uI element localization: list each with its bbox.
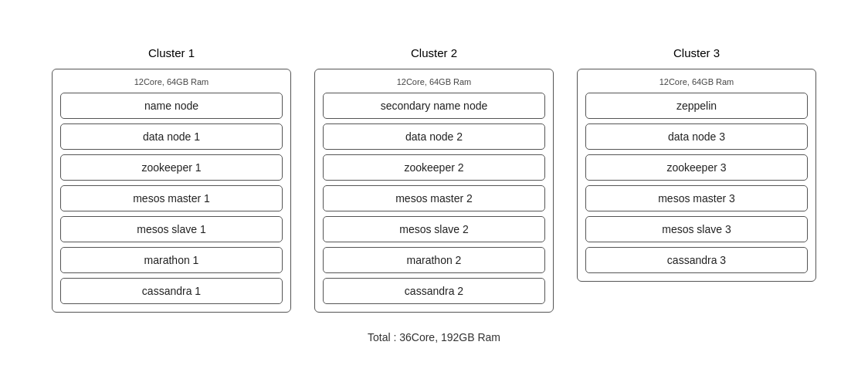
node-3-6: cassandra 3 [585, 247, 808, 273]
clusters-container: Cluster 112Core, 64GB Ramname nodedata n… [52, 46, 816, 313]
total-label: Total : 36Core, 192GB Ram [368, 331, 500, 343]
node-3-2: data node 3 [585, 123, 808, 150]
cluster-box-1: 12Core, 64GB Ramname nodedata node 1zook… [52, 69, 291, 313]
node-2-3: zookeeper 2 [323, 154, 545, 181]
node-3-3: zookeeper 3 [585, 154, 808, 181]
cluster-title-1: Cluster 1 [148, 46, 195, 59]
node-1-1: name node [60, 93, 283, 119]
cluster-spec-2: 12Core, 64GB Ram [397, 77, 472, 86]
cluster-section-1: Cluster 112Core, 64GB Ramname nodedata n… [52, 46, 291, 313]
node-2-7: cassandra 2 [323, 278, 545, 304]
node-2-2: data node 2 [323, 123, 545, 150]
cluster-box-3: 12Core, 64GB Ramzeppelindata node 3zooke… [577, 69, 816, 282]
cluster-section-3: Cluster 312Core, 64GB Ramzeppelindata no… [577, 46, 816, 282]
node-2-4: mesos master 2 [323, 185, 545, 211]
node-1-3: zookeeper 1 [60, 154, 283, 181]
node-3-5: mesos slave 3 [585, 216, 808, 242]
node-1-5: mesos slave 1 [60, 216, 283, 242]
node-1-4: mesos master 1 [60, 185, 283, 211]
node-3-1: zeppelin [585, 93, 808, 119]
cluster-box-2: 12Core, 64GB Ramsecondary name nodedata … [314, 69, 554, 313]
cluster-spec-3: 12Core, 64GB Ram [659, 77, 734, 86]
cluster-spec-1: 12Core, 64GB Ram [134, 77, 209, 86]
node-1-6: marathon 1 [60, 247, 283, 273]
cluster-title-3: Cluster 3 [673, 46, 720, 59]
node-3-4: mesos master 3 [585, 185, 808, 211]
node-2-6: marathon 2 [323, 247, 545, 273]
node-1-7: cassandra 1 [60, 278, 283, 304]
node-1-2: data node 1 [60, 123, 283, 150]
node-2-1: secondary name node [323, 93, 545, 119]
node-2-5: mesos slave 2 [323, 216, 545, 242]
cluster-section-2: Cluster 212Core, 64GB Ramsecondary name … [314, 46, 554, 313]
cluster-title-2: Cluster 2 [411, 46, 457, 59]
